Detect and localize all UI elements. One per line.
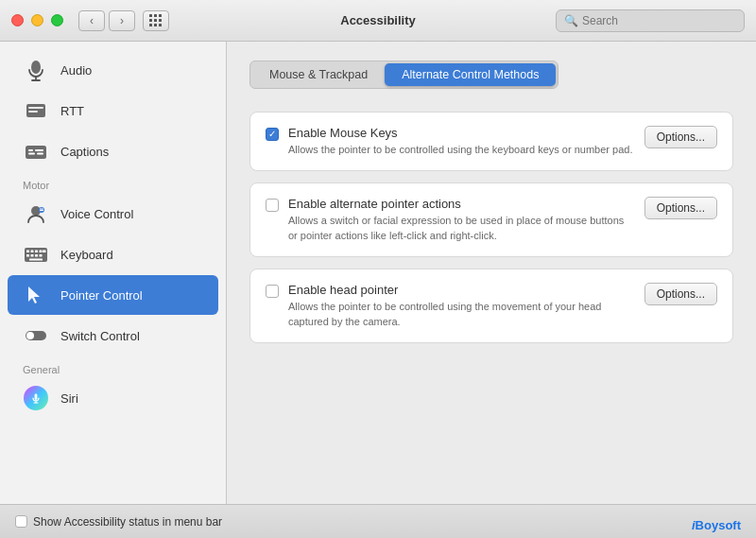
grid-view-button[interactable] — [143, 10, 169, 31]
sidebar-item-voice-control-label: Voice Control — [60, 207, 133, 221]
siri-icon — [23, 385, 49, 411]
sidebar-item-switch-control-label: Switch Control — [60, 329, 140, 343]
sidebar: Audio RTT — [0, 42, 227, 504]
minimize-button[interactable] — [31, 14, 43, 26]
option-row-alternate-pointer: Enable alternate pointer actions Allows … — [249, 182, 733, 257]
captions-icon — [23, 138, 49, 165]
watermark-boysoft: Boysoft — [696, 518, 741, 532]
search-icon: 🔍 — [564, 14, 578, 27]
sidebar-item-pointer-control-label: Pointer Control — [60, 288, 143, 303]
pointer-control-icon — [23, 282, 49, 308]
svg-rect-16 — [26, 251, 29, 253]
svg-marker-26 — [28, 286, 40, 304]
general-section-header: General — [0, 356, 226, 377]
sidebar-item-keyboard[interactable]: Keyboard — [8, 234, 218, 274]
switch-control-icon — [23, 322, 49, 349]
head-pointer-text: Enable head pointer Allows the pointer t… — [288, 283, 635, 329]
svg-rect-6 — [26, 146, 46, 159]
right-panel: Mouse & Trackpad Alternate Control Metho… — [227, 42, 756, 504]
traffic-lights — [11, 14, 63, 26]
sidebar-item-rtt[interactable]: RTT — [8, 91, 218, 130]
close-button[interactable] — [11, 14, 24, 26]
sidebar-item-voice-control[interactable]: Voice Control — [8, 194, 218, 234]
svg-rect-23 — [35, 254, 38, 257]
window-title: Accessibility — [340, 13, 416, 27]
sidebar-item-keyboard-label: Keyboard — [60, 248, 113, 262]
option-row-mouse-keys: Enable Mouse Keys Allows the pointer to … — [249, 112, 733, 171]
accessibility-status-label: Show Accessibility status in menu bar — [33, 515, 222, 529]
alternate-pointer-desc: Allows a switch or facial expression to … — [288, 214, 635, 243]
mouse-keys-options-button[interactable]: Options... — [644, 126, 717, 148]
accessibility-status-checkbox[interactable] — [15, 515, 27, 528]
svg-rect-4 — [28, 107, 43, 109]
option-left-head-pointer: Enable head pointer Allows the pointer t… — [266, 283, 635, 329]
sidebar-item-rtt-label: RTT — [60, 104, 84, 118]
option-row-head-pointer: Enable head pointer Allows the pointer t… — [249, 269, 733, 343]
svg-rect-10 — [37, 153, 43, 155]
main-content: Audio RTT — [0, 42, 756, 504]
svg-rect-5 — [28, 111, 38, 113]
mouse-keys-title: Enable Mouse Keys — [288, 126, 635, 140]
sidebar-item-audio-label: Audio — [60, 63, 92, 78]
sidebar-item-captions-label: Captions — [60, 145, 109, 159]
bottom-bar: Show Accessibility status in menu bar iB… — [0, 504, 756, 538]
svg-rect-24 — [40, 254, 43, 257]
option-left-alternate-pointer: Enable alternate pointer actions Allows … — [266, 197, 635, 243]
svg-point-28 — [26, 332, 34, 339]
back-button[interactable]: ‹ — [78, 10, 105, 31]
svg-rect-25 — [29, 259, 43, 261]
alternate-pointer-checkbox[interactable] — [266, 199, 279, 212]
forward-button[interactable]: › — [109, 10, 135, 31]
mouse-keys-checkbox[interactable] — [266, 128, 279, 141]
svg-rect-21 — [26, 254, 29, 257]
sidebar-item-audio[interactable]: Audio — [8, 50, 218, 90]
alternate-pointer-title: Enable alternate pointer actions — [288, 197, 635, 211]
voice-control-icon — [23, 200, 49, 227]
svg-rect-20 — [43, 251, 46, 253]
bottom-checkbox-area: Show Accessibility status in menu bar — [15, 515, 222, 529]
tab-alternate-control[interactable]: Alternate Control Methods — [385, 63, 556, 86]
search-bar[interactable]: 🔍 — [556, 9, 745, 32]
svg-rect-18 — [35, 251, 38, 253]
svg-point-0 — [31, 61, 41, 74]
sidebar-item-pointer-control[interactable]: Pointer Control — [8, 275, 218, 315]
option-left-mouse-keys: Enable Mouse Keys Allows the pointer to … — [266, 126, 635, 157]
search-input[interactable] — [582, 14, 736, 27]
head-pointer-title: Enable head pointer — [288, 283, 635, 297]
svg-rect-17 — [31, 251, 34, 253]
nav-buttons: ‹ › — [78, 10, 135, 31]
svg-rect-7 — [28, 149, 33, 151]
svg-rect-9 — [35, 149, 43, 151]
svg-rect-22 — [31, 254, 34, 257]
title-bar: ‹ › Accessibility 🔍 — [0, 0, 756, 42]
head-pointer-checkbox[interactable] — [266, 285, 279, 298]
sidebar-item-captions[interactable]: Captions — [8, 131, 218, 171]
alternate-pointer-options-button[interactable]: Options... — [644, 197, 717, 219]
motor-section-header: Motor — [0, 172, 226, 193]
sidebar-item-siri[interactable]: Siri — [8, 378, 218, 418]
head-pointer-options-button[interactable]: Options... — [644, 283, 717, 305]
grid-icon — [149, 14, 163, 27]
maximize-button[interactable] — [51, 14, 63, 26]
head-pointer-desc: Allows the pointer to be controlled usin… — [288, 300, 635, 329]
audio-icon — [23, 57, 49, 83]
watermark: iBoysoft — [692, 518, 741, 532]
alternate-pointer-text: Enable alternate pointer actions Allows … — [288, 197, 635, 243]
sidebar-item-siri-label: Siri — [60, 391, 78, 406]
tab-bar: Mouse & Trackpad Alternate Control Metho… — [249, 61, 558, 89]
keyboard-icon — [23, 241, 49, 268]
mouse-keys-desc: Allows the pointer to be controlled usin… — [288, 143, 635, 157]
sidebar-item-switch-control[interactable]: Switch Control — [8, 316, 218, 356]
rtt-icon — [23, 97, 49, 124]
mouse-keys-text: Enable Mouse Keys Allows the pointer to … — [288, 126, 635, 157]
tab-mouse-trackpad[interactable]: Mouse & Trackpad — [252, 63, 385, 86]
svg-rect-19 — [40, 251, 43, 253]
svg-rect-8 — [28, 153, 35, 155]
